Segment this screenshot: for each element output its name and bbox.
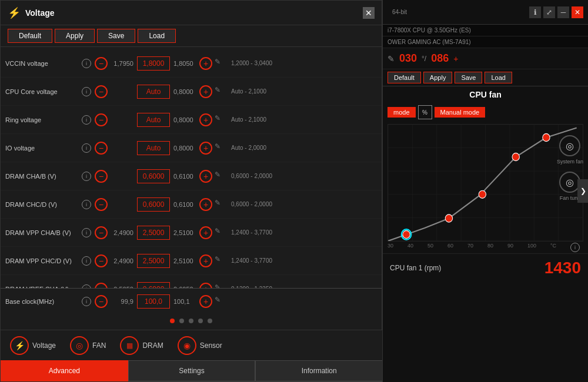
v-current-4[interactable] [137,169,170,183]
v-current-5[interactable] [137,197,170,212]
dot-2[interactable] [179,319,184,323]
v-minus-7[interactable]: − [95,254,108,267]
v-edit-5[interactable]: ✎ [215,199,226,210]
temp-sep: °/ [422,55,426,63]
nav-information[interactable]: Information [255,360,383,381]
base-clock-info-icon[interactable]: i [82,297,91,306]
suffix-text: 64-bit [392,9,407,15]
v-minus-0[interactable]: − [95,57,108,70]
v-info-3[interactable]: i [82,143,91,153]
info-button[interactable]: ℹ [529,6,541,18]
v-current-8[interactable] [137,282,170,289]
v-edit-7[interactable]: ✎ [215,255,226,267]
right-apply-btn[interactable]: Apply [423,72,453,83]
v-edit-4[interactable]: ✎ [215,170,226,182]
right-load-btn[interactable]: Load [485,72,512,83]
v-edit-1[interactable]: ✎ [215,86,226,98]
v-current-3[interactable] [137,141,170,155]
minimize-button[interactable]: ─ [557,6,569,18]
right-default-btn[interactable]: Default [387,72,421,83]
v-label-4: DRAM CHA/B (V) [5,173,82,180]
chevron-right-icon[interactable]: ❯ [577,179,588,203]
v-current-7[interactable] [137,254,170,268]
v-plus-4[interactable]: + [199,170,212,183]
fan-chart[interactable] [387,124,583,242]
tab-fan[interactable]: ◎ FAN [70,336,106,355]
v-range-5: 0,6000 - 2,0000 [231,201,272,207]
v-minus-8[interactable]: − [95,283,108,289]
v-edit-2[interactable]: ✎ [215,114,226,126]
v-info-4[interactable]: i [82,172,91,181]
v-current-0[interactable] [137,56,170,71]
v-minus-4[interactable]: − [95,170,108,183]
system-fan-icon[interactable]: ◎ [559,135,580,156]
fan-rpm-label: CPU fan 1 (rpm) [390,264,441,272]
nav-advanced[interactable]: Advanced [1,360,128,381]
base-clock-minus[interactable]: − [95,295,108,308]
dot-3[interactable] [189,319,193,323]
v-current-1[interactable] [137,85,170,99]
v-info-7[interactable]: i [82,256,91,266]
v-plus-7[interactable]: + [199,254,212,267]
v-range-1: Auto - 2,1000 [231,88,266,95]
v-minus-1[interactable]: − [95,85,108,98]
v-plus-5[interactable]: + [199,198,212,211]
v-plus-2[interactable]: + [199,113,212,126]
save-button[interactable]: Save [97,29,135,43]
x-label-70: 70 [467,243,473,252]
system-fan-icon-group[interactable]: ◎ System fan [557,135,583,165]
v-plus-6[interactable]: + [199,226,212,239]
v-info-6[interactable]: i [82,228,91,237]
right-panel: 64-bit ℹ ⤢ ─ ✕ i7-7800X CPU @ 3.50GHz (E… [382,0,588,382]
edit-icon-sm[interactable]: ✎ [387,54,395,63]
close-button[interactable]: ✕ [363,7,375,19]
dot-4[interactable] [198,319,203,323]
v-info-5[interactable]: i [82,200,91,209]
v-edit-6[interactable]: ✎ [215,227,226,239]
v-current-6[interactable] [137,226,170,240]
v-next-2: 0,8000 [171,116,199,123]
apply-button[interactable]: Apply [55,29,95,43]
v-label-0: VCCIN voltage [5,60,82,67]
default-button[interactable]: Default [8,29,52,43]
tab-dram[interactable]: ▦ DRAM [120,336,163,355]
v-minus-5[interactable]: − [95,198,108,211]
left-toolbar: Default Apply Save Load [1,25,382,47]
base-clock-edit-icon[interactable]: ✎ [215,296,226,307]
left-header: ⚡ Voltage ✕ [1,1,382,25]
tab-sensor[interactable]: ◉ Sensor [178,336,222,355]
v-plus-3[interactable]: + [199,142,212,155]
right-close-button[interactable]: ✕ [572,6,583,18]
manual-mode-button[interactable]: Manual mode [435,107,486,118]
x-axis-info-icon[interactable]: i [570,243,580,252]
v-edit-8[interactable]: ✎ [215,283,226,289]
tab-voltage[interactable]: ⚡ Voltage [10,336,56,355]
load-button[interactable]: Load [138,29,176,43]
base-clock-plus[interactable]: + [199,295,212,308]
x-label-90: 90 [507,243,513,252]
v-plus-0[interactable]: + [199,57,212,70]
right-save-btn[interactable]: Save [455,72,482,83]
v-edit-0[interactable]: ✎ [215,58,226,69]
v-info-1[interactable]: i [82,87,91,96]
nav-settings[interactable]: Settings [128,360,256,381]
dot-5[interactable] [208,319,212,323]
svg-point-17 [512,153,519,160]
v-minus-6[interactable]: − [95,226,108,239]
base-clock-current[interactable] [137,294,170,309]
v-info-2[interactable]: i [82,115,91,125]
dot-1[interactable] [170,319,175,323]
mode-button[interactable]: mode [387,107,416,118]
v-label-2: Ring voltage [5,116,82,123]
v-info-0[interactable]: i [82,59,91,68]
v-minus-3[interactable]: − [95,142,108,155]
right-info-row: i7-7800X CPU @ 3.50GHz (ES) [383,25,588,36]
v-current-2[interactable] [137,113,170,127]
v-info-8[interactable]: i [82,284,91,289]
expand-button[interactable]: ⤢ [543,6,555,18]
mode-row: mode % Manual mode [383,103,588,122]
v-plus-8[interactable]: + [199,283,212,289]
v-plus-1[interactable]: + [199,85,212,98]
v-edit-3[interactable]: ✎ [215,142,226,154]
v-minus-2[interactable]: − [95,113,108,126]
